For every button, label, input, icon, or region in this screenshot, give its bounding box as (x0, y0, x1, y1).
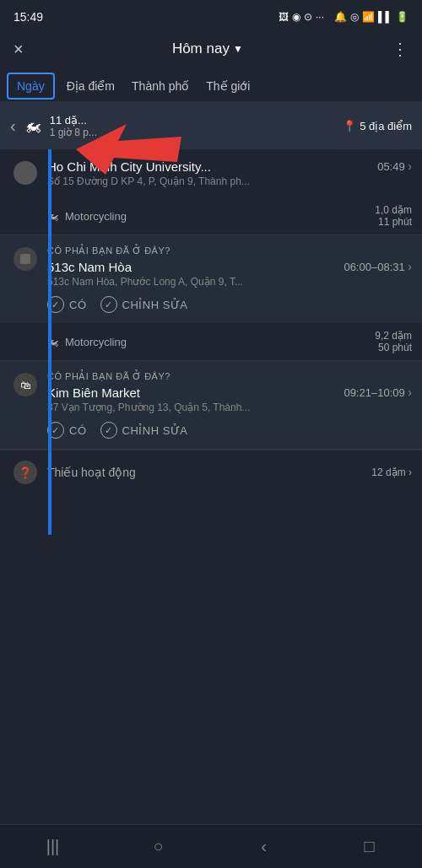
moto-duration-1: 11 phút (375, 216, 412, 228)
moto-duration-2: 50 phút (375, 342, 412, 353)
place-name-hcmu: Ho Chi Minh City University... (47, 159, 377, 174)
co-button-kimbien[interactable]: ✓ CÓ (47, 422, 87, 439)
dot-hcmu (14, 161, 37, 185)
entry-kimbien: 🛍 CÓ PHẢI BẠN ĐÃ Ở ĐÂY? Kim Biên Market … (0, 361, 422, 449)
nav-info: 11 dặ... 1 giờ 8 p... (50, 114, 334, 138)
wifi-icon: 📶 (362, 11, 375, 23)
more-button[interactable]: ⋮ (392, 39, 408, 59)
chevron-icon: › (408, 159, 412, 173)
tab-ngay-label: Ngày (17, 79, 45, 93)
bottom-nav: ||| ○ ‹ □ (0, 824, 422, 868)
moto-stats-2: 9,2 dặm 50 phút (375, 330, 412, 353)
nav-distance: 11 dặ... (50, 114, 334, 127)
battery-icon: 🔋 (396, 11, 408, 23)
timeline: Ho Chi Minh City University... 05:49 › S… (0, 149, 422, 535)
place-time-kimbien: 09:21–10:09 › (344, 385, 412, 399)
entry-hcmu: Ho Chi Minh City University... 05:49 › S… (0, 149, 422, 197)
signal-icon: ▌▌ (378, 11, 392, 23)
moto-segment-1: 🏍 Motorcycling 1,0 dặm 11 phút (0, 197, 422, 235)
gallery-icon: 🖼 (279, 11, 289, 23)
tab-the-gioi[interactable]: Thế giới (197, 73, 258, 100)
moto-stats-1: 1,0 dặm 11 phút (375, 204, 412, 228)
entry-hcmu-content: Ho Chi Minh City University... 05:49 › S… (47, 159, 412, 187)
place-address-kimbien: 37 Vạn Tượng, Phường 13, Quận 5, Thành..… (47, 402, 412, 413)
header: × Hôm nay ▼ ⋮ (0, 30, 422, 71)
bottom-peek[interactable]: ❓ Thiếu hoạt động 12 dặm › (0, 450, 422, 535)
instagram-icon: ◉ (292, 11, 300, 23)
nav-menu-button[interactable]: ||| (28, 830, 78, 864)
place-header-namhoa: 513c Nam Hòa 06:00–08:31 › (47, 260, 412, 274)
header-title[interactable]: Hôm nay ▼ (172, 40, 243, 57)
co-button-namhoa[interactable]: ✓ CÓ (47, 296, 87, 313)
chinh-sua-label-namhoa: CHỈNH SỬA (122, 299, 188, 311)
more-icon: ··· (316, 11, 324, 23)
place-time-namhoa: 06:00–08:31 › (344, 260, 412, 273)
place-header-kimbien: Kim Biên Market 09:21–10:09 › (47, 385, 412, 400)
nav-home-button[interactable]: ○ (133, 830, 184, 864)
place-address-namhoa: 513c Nam Hòa, Phước Long A, Quận 9, T... (47, 276, 412, 288)
bottom-peek-stats: 12 dặm › (371, 466, 412, 478)
tab-dia-diem-label: Địa điểm (67, 79, 115, 93)
bottom-peek-label: Thiếu hoạt động (47, 466, 136, 479)
moto-text-2: Motorcycling (65, 336, 127, 348)
entry-namhoa: CÓ PHẢI BẠN ĐÃ Ở ĐÂY? 513c Nam Hòa 06:00… (0, 235, 422, 323)
moto-label-2: 🏍 Motorcycling (47, 336, 127, 348)
record-icon: ⊙ (304, 11, 312, 23)
dot-namhoa (14, 247, 37, 271)
bottom-peek-dot: ❓ (14, 461, 37, 484)
chevron-icon-2: › (408, 260, 412, 273)
action-buttons-namhoa: ✓ CÓ ✓ CHỈNH SỬA (47, 296, 412, 313)
place-time-hcmu: 05:49 › (377, 159, 412, 173)
moto-content-2: 🏍 Motorcycling 9,2 dặm 50 phút (47, 330, 412, 353)
tab-bar: Ngày Địa điểm Thành phố Thế giới (0, 71, 422, 102)
moto-segment-2: 🏍 Motorcycling 9,2 dặm 50 phút (0, 323, 422, 360)
moto-content-1: 🏍 Motorcycling 1,0 dặm 11 phút (47, 204, 412, 228)
co-label-namhoa: CÓ (69, 299, 87, 311)
chinh-sua-label-kimbien: CHỈNH SỬA (122, 424, 188, 437)
bottom-peek-distance: 12 dặm (371, 466, 405, 478)
place-header: Ho Chi Minh City University... 05:49 › (47, 159, 412, 174)
bottom-peek-arrow: › (408, 466, 412, 478)
dot-kimbien: 🛍 (14, 373, 37, 396)
nav-duration: 1 giờ 8 p... (50, 127, 334, 138)
dropdown-arrow-icon: ▼ (233, 43, 243, 55)
place-address-hcmu: Số 15 Đường D KP 4, P, Quận 9, Thành ph.… (47, 175, 412, 187)
nav-back-button[interactable]: ‹ (239, 830, 289, 864)
back-icon: ‹ (261, 837, 267, 856)
chinh-sua-icon-kimbien: ✓ (100, 422, 117, 439)
nav-moto-icon: 🏍 (24, 116, 41, 136)
entry-namhoa-content: CÓ PHẢI BẠN ĐÃ Ở ĐÂY? 513c Nam Hòa 06:00… (47, 245, 412, 313)
moto-label-1: 🏍 Motorcycling (47, 210, 127, 223)
place-name-namhoa: 513c Nam Hòa (47, 260, 344, 274)
timeline-line (48, 149, 51, 535)
entry-kimbien-content: CÓ PHẢI BẠN ĐÃ Ở ĐÂY? Kim Biên Market 09… (47, 371, 412, 439)
nav-back-button[interactable]: ‹ (10, 116, 16, 136)
bottom-peek-content: Thiếu hoạt động 12 dặm › (47, 466, 412, 479)
question-label-kimbien: CÓ PHẢI BẠN ĐÃ Ở ĐÂY? (47, 371, 412, 382)
location-icon: ◎ (350, 11, 359, 23)
status-icons: 🖼 ◉ ⊙ ··· 🔔 ◎ 📶 ▌▌ 🔋 (279, 11, 408, 23)
nav-location: 📍 5 địa điểm (343, 120, 412, 132)
status-time: 15:49 (14, 10, 43, 24)
chinh-sua-button-kimbien[interactable]: ✓ CHỈNH SỬA (100, 422, 188, 439)
tab-dia-diem[interactable]: Địa điểm (58, 73, 123, 100)
nav-recents-button[interactable]: □ (344, 830, 395, 864)
moto-text-1: Motorcycling (65, 210, 127, 223)
tab-ngay[interactable]: Ngày (7, 73, 55, 100)
status-bar: 15:49 🖼 ◉ ⊙ ··· 🔔 ◎ 📶 ▌▌ 🔋 (0, 0, 422, 30)
chevron-icon-3: › (408, 385, 412, 399)
tab-thanh-pho-label: Thành phố (132, 79, 189, 93)
tab-thanh-pho[interactable]: Thành phố (123, 73, 197, 100)
close-button[interactable]: × (14, 40, 24, 59)
co-label-kimbien: CÓ (69, 424, 87, 437)
question-label-namhoa: CÓ PHẢI BẠN ĐÃ Ở ĐÂY? (47, 245, 412, 256)
alarm-icon: 🔔 (334, 11, 347, 23)
menu-icon: ||| (46, 837, 60, 856)
nav-row: ‹ 🏍 11 dặ... 1 giờ 8 p... 📍 5 địa điểm (0, 102, 422, 149)
moto-distance-2: 9,2 dặm (375, 330, 412, 342)
tab-the-gioi-label: Thế giới (206, 79, 250, 93)
chinh-sua-icon-namhoa: ✓ (100, 296, 117, 313)
place-name-kimbien: Kim Biên Market (47, 385, 344, 400)
moto-distance-1: 1,0 dặm (375, 204, 412, 216)
chinh-sua-button-namhoa[interactable]: ✓ CHỈNH SỬA (100, 296, 188, 313)
